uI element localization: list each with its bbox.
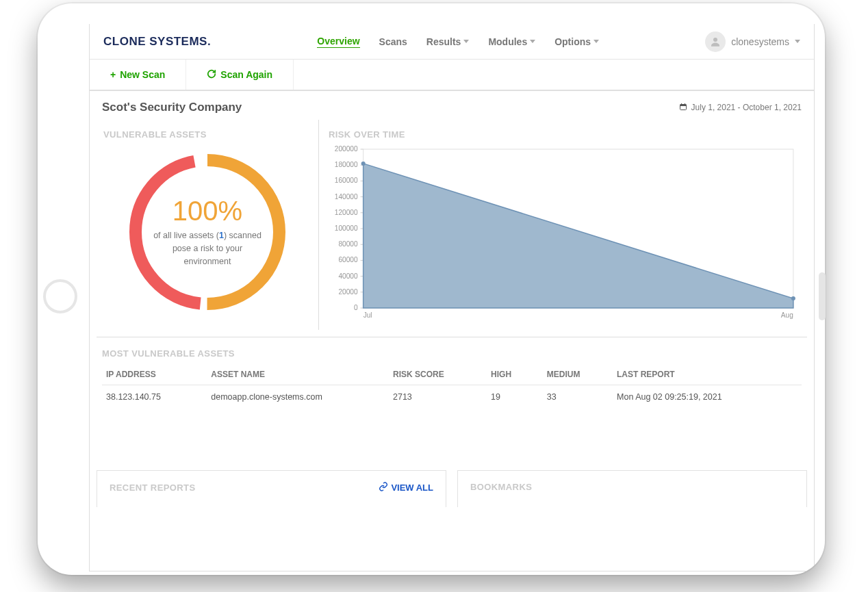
nav-modules-label: Modules (488, 36, 527, 47)
date-range-picker[interactable]: July 1, 2021 - October 1, 2021 (679, 103, 802, 113)
svg-point-31 (791, 296, 795, 300)
chevron-down-icon (593, 40, 599, 43)
nav-options[interactable]: Options (554, 36, 599, 47)
user-icon (709, 36, 722, 48)
nav-options-label: Options (554, 36, 591, 47)
svg-text:20000: 20000 (338, 288, 358, 296)
risk-over-time-title: RISK OVER TIME (329, 129, 800, 140)
svg-text:Aug: Aug (781, 311, 793, 319)
vulnerable-assets-donut: 100% of all live assets (1) scanned pose… (122, 146, 293, 318)
recent-reports-title: RECENT REPORTS (110, 482, 196, 493)
svg-point-0 (713, 38, 717, 42)
user-menu[interactable]: clonesystems (705, 31, 800, 52)
brand-logo: CLONE SYSTEMS. (103, 35, 211, 49)
risk-over-time-panel: RISK OVER TIME 0200004000060000800001000… (319, 120, 807, 330)
device-frame: CLONE SYSTEMS. Overview Scans Results Mo… (38, 3, 825, 575)
nav-results-label: Results (426, 36, 461, 47)
svg-rect-2 (680, 104, 686, 106)
recent-reports-card: RECENT REPORTS VIEW ALL (97, 470, 446, 507)
link-icon (379, 482, 388, 493)
svg-text:40000: 40000 (338, 272, 358, 280)
svg-text:80000: 80000 (338, 240, 358, 248)
bottom-cards: RECENT REPORTS VIEW ALL BOOKMARKS (90, 409, 814, 507)
cell-last-report: Mon Aug 02 09:25:19, 2021 (613, 385, 802, 409)
col-high[interactable]: HIGH (487, 364, 543, 385)
nav-overview[interactable]: Overview (317, 36, 359, 48)
bookmarks-card: BOOKMARKS (457, 470, 807, 507)
bookmarks-title: BOOKMARKS (470, 482, 532, 492)
svg-text:140000: 140000 (335, 193, 358, 201)
chevron-down-icon (530, 40, 535, 43)
view-all-button[interactable]: VIEW ALL (379, 482, 433, 493)
risk-chart: 0200004000060000800001000001200001400001… (329, 145, 800, 323)
chevron-down-icon (795, 40, 800, 43)
refresh-icon (207, 69, 216, 81)
nav-modules[interactable]: Modules (488, 36, 535, 47)
most-vulnerable-title: MOST VULNERABLE ASSETS (102, 348, 802, 359)
table-row[interactable]: 38.123.140.75 demoapp.clone-systems.com … (102, 385, 802, 409)
most-vulnerable-panel: MOST VULNERABLE ASSETS IP ADDRESS ASSET … (97, 337, 807, 409)
nav-scans[interactable]: Scans (379, 36, 407, 47)
cell-risk: 2713 (389, 385, 487, 409)
scan-again-label: Scan Again (220, 69, 272, 80)
sub-prefix: of all live assets ( (153, 231, 219, 240)
home-button[interactable] (43, 279, 77, 313)
svg-point-30 (361, 162, 366, 166)
plus-icon: + (110, 69, 116, 80)
col-medium[interactable]: MEDIUM (543, 364, 613, 385)
svg-text:200000: 200000 (335, 145, 358, 153)
date-range-text: July 1, 2021 - October 1, 2021 (691, 103, 802, 112)
dashboard-panels: VULNERABLE ASSETS 100% of all (90, 120, 814, 330)
asset-count: 1 (219, 231, 224, 240)
vulnerable-assets-title: VULNERABLE ASSETS (103, 129, 311, 140)
user-name: clonesystems (731, 36, 789, 47)
view-all-label: VIEW ALL (391, 482, 433, 493)
action-bar: + New Scan Scan Again (90, 60, 814, 91)
svg-text:100000: 100000 (335, 224, 358, 232)
title-row: Scot's Security Company July 1, 2021 - O… (90, 91, 814, 120)
cell-asset: demoapp.clone-systems.com (207, 385, 389, 409)
cell-medium: 33 (543, 385, 613, 409)
svg-text:Jul: Jul (363, 311, 372, 319)
main-nav: Overview Scans Results Modules Options (211, 36, 705, 48)
svg-text:0: 0 (354, 304, 358, 311)
svg-text:180000: 180000 (335, 161, 358, 168)
most-vulnerable-table: IP ADDRESS ASSET NAME RISK SCORE HIGH ME… (102, 364, 802, 409)
page-title: Scot's Security Company (102, 101, 242, 114)
col-ip[interactable]: IP ADDRESS (102, 364, 207, 385)
cell-ip: 38.123.140.75 (102, 385, 207, 409)
cell-high: 19 (487, 385, 543, 409)
navbar: CLONE SYSTEMS. Overview Scans Results Mo… (90, 24, 814, 60)
svg-text:120000: 120000 (335, 209, 358, 216)
scan-again-button[interactable]: Scan Again (186, 60, 294, 90)
calendar-icon (679, 103, 687, 113)
avatar (705, 31, 726, 52)
chevron-down-icon (463, 40, 469, 43)
vulnerable-subtext: of all live assets (1) scanned pose a ri… (149, 229, 266, 268)
new-scan-label: New Scan (120, 69, 165, 80)
nav-results[interactable]: Results (426, 36, 470, 47)
col-asset[interactable]: ASSET NAME (207, 364, 389, 385)
vulnerable-assets-panel: VULNERABLE ASSETS 100% of all (97, 120, 319, 330)
col-risk[interactable]: RISK SCORE (389, 364, 487, 385)
svg-text:60000: 60000 (338, 256, 358, 263)
vulnerable-percent: 100% (149, 196, 266, 227)
svg-text:160000: 160000 (335, 177, 358, 184)
side-indicator (819, 272, 826, 320)
new-scan-button[interactable]: + New Scan (90, 60, 186, 90)
col-last-report[interactable]: LAST REPORT (613, 364, 802, 385)
app-screen: CLONE SYSTEMS. Overview Scans Results Mo… (89, 24, 815, 571)
